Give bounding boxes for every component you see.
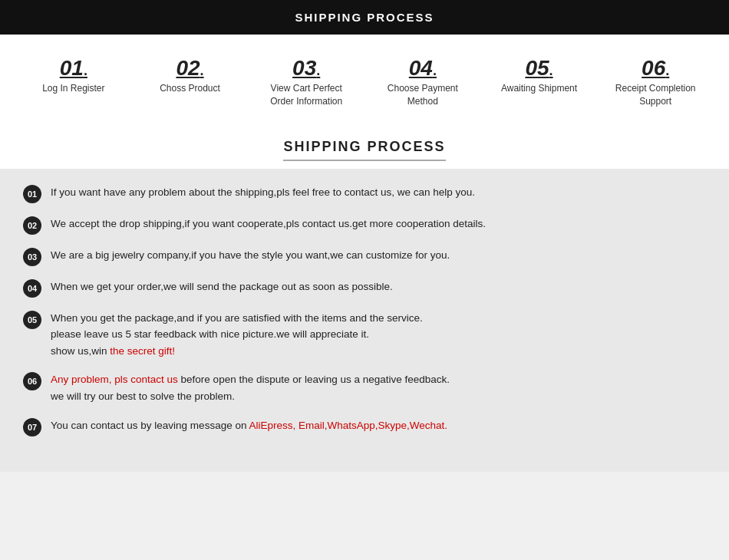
step-item-6: 06.Receipt Completion Support xyxy=(597,58,714,108)
step-label-6: Receipt Completion Support xyxy=(609,82,701,108)
section-title: SHIPPING PROCESS xyxy=(283,139,445,161)
info-section: 01If you want have any problem about the… xyxy=(0,169,729,472)
info-text-1: If you want have any problem about the s… xyxy=(51,184,475,201)
step-number-1: 01. xyxy=(60,58,87,79)
info-item-2: 02We accept the drop shipping,if you wan… xyxy=(23,216,706,235)
info-item-3: 03We are a big jewelry company,if you ha… xyxy=(23,247,706,266)
badge-1: 01 xyxy=(23,185,41,203)
red-text: AliEpress, Email,WhatsApp,Skype,Wechat. xyxy=(249,420,447,431)
step-label-5: Awaiting Shipment xyxy=(501,82,577,95)
badge-3: 03 xyxy=(23,248,41,266)
section-title-wrapper: SHIPPING PROCESS xyxy=(0,124,729,169)
badge-7: 07 xyxy=(23,418,41,436)
step-label-2: Choss Product xyxy=(160,82,220,95)
step-label-3: View Cart Perfect Order Information xyxy=(260,82,352,108)
badge-2: 02 xyxy=(23,216,41,235)
badge-5: 05 xyxy=(23,311,41,329)
step-number-3: 03. xyxy=(292,58,320,79)
step-number-6: 06. xyxy=(642,58,669,79)
header-title: SHIPPING PROCESS xyxy=(295,11,434,24)
header-bar: SHIPPING PROCESS xyxy=(0,0,729,35)
step-item-2: 02.Choss Product xyxy=(132,58,249,95)
info-item-1: 01If you want have any problem about the… xyxy=(23,184,706,203)
step-number-5: 05. xyxy=(525,58,553,79)
step-number-4: 04. xyxy=(409,58,437,79)
badge-6: 06 xyxy=(23,372,41,390)
info-text-5: When you get the package,and if you are … xyxy=(51,310,423,360)
step-label-4: Choose Payment Method xyxy=(377,82,469,108)
steps-row: 01.Log In Register02.Choss Product03.Vie… xyxy=(15,58,714,108)
info-item-4: 04When we get your order,we will send th… xyxy=(23,278,706,298)
step-item-5: 05.Awaiting Shipment xyxy=(481,58,598,95)
red-text: Any problem, pls contact us xyxy=(51,374,178,385)
info-item-7: 07You can contact us by leaving message … xyxy=(23,417,706,436)
info-text-2: We accept the drop shipping,if you want … xyxy=(51,216,486,232)
step-label-1: Log In Register xyxy=(42,82,104,95)
step-number-2: 02. xyxy=(176,58,203,79)
step-item-4: 04.Choose Payment Method xyxy=(364,58,481,108)
badge-4: 04 xyxy=(23,279,41,298)
red-text: the secret gift! xyxy=(110,345,175,357)
step-item-1: 01.Log In Register xyxy=(15,58,132,95)
info-text-6: Any problem, pls contact us before open … xyxy=(51,371,450,404)
step-item-3: 03.View Cart Perfect Order Information xyxy=(248,58,364,108)
info-item-6: 06Any problem, pls contact us before ope… xyxy=(23,371,706,404)
info-text-3: We are a big jewelry company,if you have… xyxy=(51,247,450,264)
info-text-4: When we get your order,we will send the … xyxy=(51,278,393,295)
info-item-5: 05When you get the package,and if you ar… xyxy=(23,310,706,360)
info-text-7: You can contact us by leaving message on… xyxy=(51,417,447,434)
steps-section: 01.Log In Register02.Choss Product03.Vie… xyxy=(0,35,729,124)
